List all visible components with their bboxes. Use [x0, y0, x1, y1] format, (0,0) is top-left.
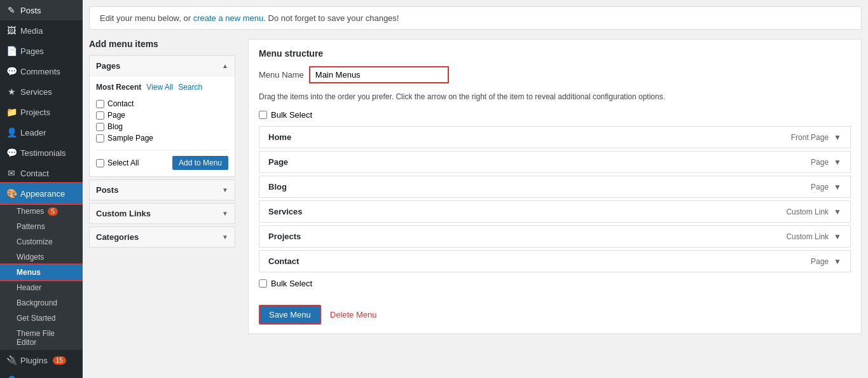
create-new-menu-link[interactable]: create a new menu	[193, 13, 264, 23]
select-all-checkbox[interactable]	[96, 159, 104, 167]
custom-links-accordion-header[interactable]: Custom Links ▼	[90, 204, 235, 223]
table-row[interactable]: Home Front Page ▼	[259, 126, 851, 148]
sub-item-header[interactable]: Header	[0, 280, 83, 295]
page-page-label[interactable]: Page	[96, 111, 228, 120]
bottom-bulk-select-checkbox[interactable]	[259, 279, 267, 288]
contact-icon: ✉	[6, 168, 17, 178]
save-menu-button[interactable]: Save Menu	[259, 305, 321, 325]
users-icon: 👤	[6, 375, 17, 378]
menu-item-type: Page	[811, 183, 829, 192]
sidebar-item-label: Comments	[20, 67, 60, 76]
add-menu-title: Add menu items	[89, 39, 235, 49]
sidebar-item-appearance[interactable]: 🎨 Appearance	[0, 183, 83, 204]
sidebar-item-projects[interactable]: 📁 Projects	[0, 102, 83, 122]
page-blog-checkbox[interactable]	[96, 123, 104, 131]
select-all-row: Select All Add to Menu	[96, 150, 228, 170]
table-row[interactable]: Blog Page ▼	[259, 176, 851, 198]
categories-accordion: Categories ▼	[89, 227, 235, 248]
sidebar-item-posts[interactable]: ✎ Posts	[0, 0, 83, 20]
menu-structure-panel: Menu structure Menu Name Drag the items …	[248, 39, 862, 334]
pages-tab-row: Most Recent View All Search	[96, 83, 228, 92]
menu-name-label: Menu Name	[259, 70, 304, 80]
sidebar-item-label: Pages	[20, 46, 44, 56]
sidebar-item-plugins[interactable]: 🔌 Plugins 15	[0, 350, 83, 370]
testimonials-icon: 💬	[6, 148, 17, 158]
menu-item-type: Page	[811, 158, 829, 167]
menu-item-type: Custom Link	[786, 232, 829, 241]
sidebar-item-label: Projects	[20, 108, 50, 117]
tab-search[interactable]: Search	[178, 83, 202, 92]
services-icon: ★	[6, 87, 17, 97]
chevron-down-icon[interactable]: ▼	[834, 183, 841, 192]
select-all-label[interactable]: Select All	[96, 158, 139, 167]
menu-item-right: Page ▼	[811, 158, 841, 167]
categories-accordion-header[interactable]: Categories ▼	[90, 227, 235, 247]
sub-item-themes[interactable]: Themes 5	[0, 204, 83, 219]
sidebar-item-label: Contact	[20, 169, 49, 178]
list-item: Sample Page	[96, 132, 228, 144]
menu-name-input[interactable]	[309, 66, 449, 83]
sub-item-get-started[interactable]: Get Started	[0, 311, 83, 326]
menu-item-right: Page ▼	[811, 183, 841, 192]
tab-view-all[interactable]: View All	[146, 83, 173, 92]
chevron-down-icon[interactable]: ▼	[834, 207, 841, 216]
page-blog-label[interactable]: Blog	[96, 122, 228, 131]
sidebar-item-services[interactable]: ★ Services	[0, 81, 83, 102]
menu-items-list: Home Front Page ▼ Page Page ▼ Blog	[259, 126, 851, 272]
list-item: Page	[96, 109, 228, 121]
list-item: Contact	[96, 98, 228, 109]
pages-accordion-header[interactable]: Pages ▲	[90, 56, 235, 76]
page-sample-checkbox[interactable]	[96, 134, 104, 143]
list-item: Blog	[96, 121, 228, 132]
menu-item-type: Page	[811, 257, 829, 266]
sidebar-item-users[interactable]: 👤 Users	[0, 370, 83, 378]
sidebar-item-pages[interactable]: 📄 Pages	[0, 41, 83, 61]
sidebar-item-testimonials[interactable]: 💬 Testimonials	[0, 143, 83, 163]
top-bulk-select-row: Bulk Select	[259, 110, 851, 120]
plugins-icon: 🔌	[6, 355, 17, 365]
add-to-menu-button[interactable]: Add to Menu	[172, 156, 228, 170]
appearance-submenu: Themes 5 Patterns Customize Widgets Menu…	[0, 204, 83, 350]
sub-item-customize[interactable]: Customize	[0, 234, 83, 249]
table-row[interactable]: Services Custom Link ▼	[259, 200, 851, 223]
table-row[interactable]: Contact Page ▼	[259, 250, 851, 272]
custom-links-label: Custom Links	[96, 209, 151, 218]
sidebar-item-leader[interactable]: 👤 Leader	[0, 122, 83, 143]
sub-item-patterns[interactable]: Patterns	[0, 219, 83, 234]
page-sample-label[interactable]: Sample Page	[96, 134, 228, 143]
sub-item-menus[interactable]: Menus	[0, 265, 83, 280]
menu-item-name: Page	[268, 157, 288, 167]
sub-item-widgets[interactable]: Widgets	[0, 249, 83, 265]
sidebar-item-media[interactable]: 🖼 Media	[0, 20, 83, 41]
menu-structure-title: Menu structure	[259, 48, 851, 59]
table-row[interactable]: Projects Custom Link ▼	[259, 225, 851, 248]
sidebar-item-label: Posts	[20, 6, 41, 15]
chevron-down-icon[interactable]: ▼	[834, 133, 841, 142]
main-content: Edit your menu below, or create a new me…	[83, 0, 868, 378]
page-contact-checkbox[interactable]	[96, 100, 104, 108]
sidebar: ✎ Posts 🖼 Media 📄 Pages 💬 Comments ★ Ser…	[0, 0, 83, 378]
pages-icon: 📄	[6, 46, 17, 56]
top-bulk-select-checkbox[interactable]	[259, 111, 267, 119]
chevron-down-icon[interactable]: ▼	[834, 158, 841, 167]
sub-item-theme-file-editor[interactable]: Theme File Editor	[0, 326, 83, 350]
menu-item-right: Custom Link ▼	[786, 207, 841, 216]
sidebar-item-label: Services	[20, 87, 52, 97]
sidebar-item-comments[interactable]: 💬 Comments	[0, 61, 83, 81]
sidebar-item-label: Users	[20, 376, 42, 379]
page-contact-label[interactable]: Contact	[96, 99, 228, 108]
bottom-bulk-select-label[interactable]: Bulk Select	[259, 279, 851, 288]
add-menu-panel: Add menu items Pages ▲ Most Recent View …	[89, 39, 235, 334]
table-row[interactable]: Page Page ▼	[259, 151, 851, 173]
save-row: Save Menu Delete Menu	[259, 298, 851, 325]
chevron-down-icon[interactable]: ▼	[834, 232, 841, 241]
tab-most-recent[interactable]: Most Recent	[96, 83, 141, 92]
posts-accordion-header[interactable]: Posts ▼	[90, 180, 235, 200]
page-page-checkbox[interactable]	[96, 111, 104, 120]
chevron-down-icon[interactable]: ▼	[834, 257, 841, 266]
top-bulk-select-label[interactable]: Bulk Select	[259, 110, 851, 120]
sub-item-background[interactable]: Background	[0, 295, 83, 311]
menu-item-name: Projects	[268, 232, 301, 241]
sidebar-item-contact[interactable]: ✉ Contact	[0, 163, 83, 183]
delete-menu-link[interactable]: Delete Menu	[330, 310, 377, 319]
